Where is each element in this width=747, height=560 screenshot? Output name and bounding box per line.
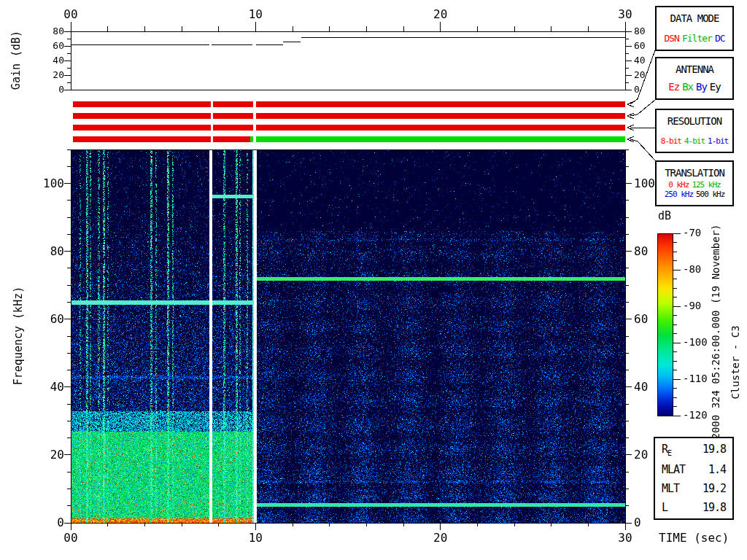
mode-value-dc: DC — [713, 33, 727, 44]
resolution-values: 8-bit4-bit1-bit — [658, 136, 731, 146]
gain-time-tick-label: 20 — [427, 9, 454, 20]
info-box-value-row: EzBxByEy — [658, 81, 731, 93]
frequency-tick-label: 0 — [34, 517, 64, 529]
mode-value-4-bit: 4-bit — [683, 136, 706, 146]
frequency-axis-label: Frequency (kHz) — [13, 278, 24, 394]
ephemeris-label: RE — [662, 443, 671, 457]
translation-bar-segment — [73, 136, 211, 142]
mode-value-0-khz: 0 kHz — [667, 180, 690, 190]
translation-bar-segment — [213, 136, 250, 142]
resolution-bar-segment — [256, 125, 625, 131]
gain-time-tick-label: 10 — [242, 9, 268, 20]
frequency-tick-label: 20 — [34, 449, 64, 461]
ephemeris-row: L19.8 — [662, 501, 726, 514]
antenna-values: EzBxByEy — [658, 81, 731, 93]
antenna-box: ANTENNA EzBxByEy — [655, 57, 734, 100]
gain-time-tick-label: 00 — [58, 9, 84, 20]
datetime-label: 2000 324 05:26:00.000 (19 November) — [711, 208, 721, 456]
translation-bar-segment — [256, 136, 625, 142]
time-tick-label: 30 — [612, 532, 638, 544]
antenna-bar-segment — [213, 113, 253, 119]
ephemeris-value: 1.4 — [708, 463, 726, 476]
ephemeris-value: 19.8 — [703, 501, 726, 514]
resolution-bar-segment — [213, 125, 253, 131]
gain-db-tick-label: 40 — [42, 55, 64, 65]
mode-value-500-khz: 500 kHz — [694, 190, 726, 199]
translation-title: TRANSLATION — [665, 167, 724, 179]
gain-db-tick-label-right: 0 — [634, 85, 656, 94]
frequency-tick-label: 100 — [34, 178, 64, 190]
gain-db-tick-label: 80 — [42, 26, 64, 36]
frequency-tick-label: 60 — [34, 314, 64, 325]
mode-value-ey: Ey — [708, 81, 722, 93]
mode-value-1-bit: 1-bit — [706, 136, 729, 146]
time-tick-label: 10 — [242, 532, 268, 544]
mode-value-ez: Ez — [667, 81, 681, 93]
colorbar-tick-label: -100 — [683, 337, 708, 347]
ephemeris-row: MLT19.2 — [662, 482, 726, 495]
colorbar-unit-label: dB — [658, 211, 671, 222]
data-mode-title: DATA MODE — [670, 12, 719, 24]
frequency-tick-label: 40 — [34, 381, 64, 393]
antenna-title: ANTENNA — [676, 63, 713, 75]
translation-bar-segment — [250, 136, 253, 142]
colorbar-tick-label: -80 — [683, 264, 701, 274]
gain-db-tick-label: 0 — [42, 85, 64, 94]
mode-value-by: By — [694, 81, 708, 93]
ephemeris-value: 19.2 — [703, 482, 726, 495]
info-box-value-row: 8-bit4-bit1-bit — [658, 136, 731, 146]
gain-db-tick-label-right: 80 — [634, 26, 656, 36]
mode-value-dsn: DSN — [662, 33, 680, 44]
ephemeris-row: MLAT1.4 — [662, 463, 726, 476]
gain-db-tick-label-right: 20 — [634, 70, 656, 79]
mode-value-filter: Filter — [681, 33, 713, 44]
gain-axis-label: Gain (dB) — [11, 2, 22, 119]
data-mode-box: DATA MODE DSNFilterDC — [655, 6, 734, 51]
mode-value-bx: Bx — [681, 81, 694, 93]
info-box-value-row: 250 kHz500 kHz — [658, 190, 731, 199]
wbd-spectrogram-display: 0010203000202040406060808000202040406060… — [0, 0, 747, 560]
translation-box: TRANSLATION 0 kHz125 kHz250 kHz500 kHz — [655, 160, 734, 206]
resolution-bar-segment — [73, 125, 211, 131]
antenna-bar-segment — [73, 113, 211, 119]
data-mode-bar-segment — [256, 101, 625, 107]
data-mode-values: DSNFilterDC — [658, 33, 731, 44]
time-axis-label: TIME (sec) — [659, 532, 729, 544]
ephemeris-label: MLT — [662, 482, 679, 495]
ephemeris-label: L — [662, 501, 667, 514]
gain-db-tick-label: 60 — [42, 41, 64, 50]
info-box-value-row: 0 kHz125 kHz — [658, 180, 731, 190]
data-mode-bar-segment — [213, 101, 253, 107]
frequency-tick-label-right: 40 — [634, 381, 665, 393]
frequency-tick-label-right: 60 — [634, 314, 665, 325]
translation-values: 0 kHz125 kHz250 kHz500 kHz — [658, 180, 731, 199]
resolution-title: RESOLUTION — [667, 115, 721, 127]
gain-db-tick-label: 20 — [42, 70, 64, 79]
mode-value-8-bit: 8-bit — [659, 136, 683, 146]
resolution-box: RESOLUTION 8-bit4-bit1-bit — [655, 109, 734, 153]
ephemeris-label: MLAT — [662, 463, 685, 476]
ephemeris-row: RE19.8 — [662, 443, 726, 457]
frequency-tick-label: 80 — [34, 246, 64, 257]
mode-value-125-khz: 125 kHz — [690, 180, 721, 190]
antenna-bar-segment — [256, 113, 625, 119]
ephemeris-box: RE19.8MLAT1.4MLT19.2L19.8 — [654, 437, 734, 520]
colorbar-tick-label: -110 — [683, 373, 708, 384]
mode-value-250-khz: 250 kHz — [663, 190, 694, 199]
time-tick-label: 00 — [58, 532, 84, 544]
frequency-tick-label-right: 80 — [634, 246, 665, 257]
ephemeris-value: 19.8 — [703, 443, 726, 457]
colorbar-tick-label: -70 — [683, 228, 701, 238]
time-tick-label: 20 — [427, 532, 454, 544]
gain-db-tick-label-right: 60 — [634, 41, 656, 50]
gain-db-tick-label-right: 40 — [634, 55, 656, 65]
info-box-value-row: DSNFilterDC — [658, 33, 731, 44]
colorbar-tick-label: -120 — [683, 410, 708, 420]
data-mode-bar-segment — [73, 101, 211, 107]
colorbar-tick-label: -90 — [683, 300, 701, 311]
gain-time-tick-label: 30 — [612, 9, 638, 20]
